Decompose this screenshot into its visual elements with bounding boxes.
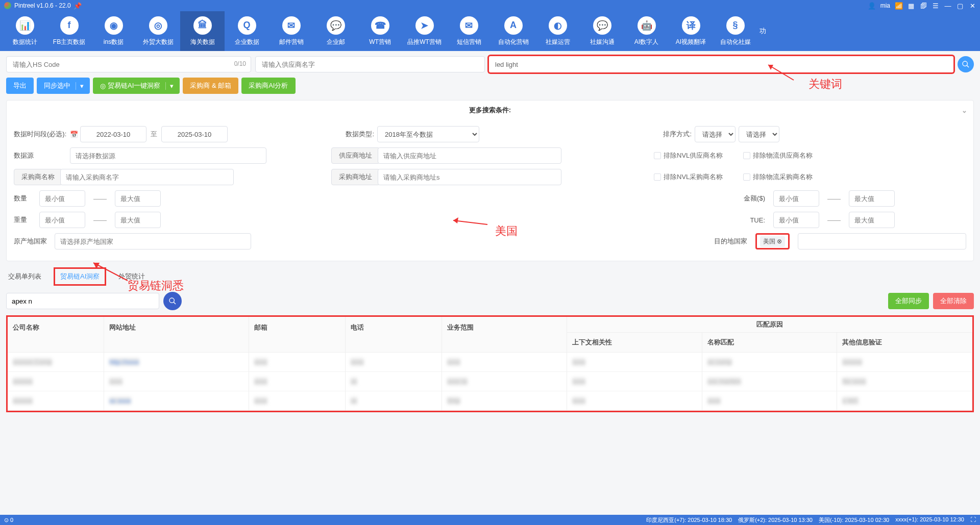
panel-header[interactable]: 更多搜索条件: ⌄ <box>7 101 973 120</box>
maximize-icon[interactable]: ▢ <box>957 2 964 9</box>
nav-item-1[interactable]: fFB主页数据 <box>47 11 91 51</box>
clear-all-button[interactable]: 全部清除 <box>933 293 974 309</box>
query-search-button[interactable] <box>163 292 182 310</box>
dest-chip-usa[interactable]: 美国 ⊗ <box>760 236 785 247</box>
origin-select[interactable] <box>55 233 251 249</box>
nav-item-0[interactable]: 📊数据统计 <box>3 11 47 51</box>
navbar: 📊数据统计fFB主页数据◉ins数据◎外贸大数据🏛海关数据Q企业数据✉邮件营销💬… <box>0 11 980 51</box>
table-row[interactable]: xxxxxx xxxx xxxx xx xxxx to xxxx xxx mar… <box>8 372 972 391</box>
company-query-input[interactable] <box>6 293 159 309</box>
pin-icon[interactable]: 📌 <box>74 2 81 9</box>
buyer-name-label[interactable]: 采购商名称 <box>14 169 62 185</box>
chevron-down-icon[interactable]: ▾ <box>165 82 178 90</box>
supplier-input[interactable] <box>255 56 485 72</box>
origin-label: 原产地国家 <box>14 237 50 246</box>
data-type-label: 数据类型: <box>331 130 377 139</box>
nav-item-12[interactable]: ◐社媒运营 <box>535 11 580 51</box>
ai-insight-button[interactable]: ◎ 贸易链AI一键洞察▾ <box>93 78 180 94</box>
nav-item-15[interactable]: 译AI视频翻译 <box>669 11 713 51</box>
weight-label: 重量 <box>14 215 34 224</box>
bot-icon: 🤖 <box>638 16 656 35</box>
sort-select-1[interactable]: 请选择 <box>695 126 736 142</box>
nav-item-3[interactable]: ◎外贸大数据 <box>136 11 180 51</box>
data-type-select[interactable]: 2018年至今数据 <box>377 126 479 142</box>
buyer-mail-button[interactable]: 采购商 & 邮箱 <box>183 78 238 94</box>
buyer-name-input[interactable] <box>60 169 234 185</box>
exclude-logistics-supplier-checkbox[interactable]: 排除物流供应商名称 <box>743 151 813 160</box>
doc-icon[interactable]: 🗐 <box>920 2 927 9</box>
minimize-icon[interactable]: — <box>944 2 951 9</box>
signal-icon: 📶 <box>895 2 902 9</box>
weight-min-input[interactable] <box>39 212 85 228</box>
menu-icon[interactable]: ☰ <box>932 2 939 9</box>
hs-counter: 0/10 <box>234 60 246 67</box>
svg-line-3 <box>174 302 176 304</box>
nav-item-16[interactable]: §自动化社媒 <box>713 11 757 51</box>
supplier-addr-label[interactable]: 供应商地址 <box>331 147 380 164</box>
exclude-nvl-buyer-checkbox[interactable]: 排除NVL采购商名称 <box>654 172 723 182</box>
export-button[interactable]: 导出 <box>6 78 34 94</box>
sms-icon: ✉ <box>460 16 478 35</box>
panel-title: 更多搜索条件: <box>469 106 511 115</box>
buyer-addr-label[interactable]: 采购商地址 <box>331 169 380 185</box>
rot-icon: § <box>726 16 745 35</box>
keyword-input[interactable] <box>489 56 953 72</box>
chevron-down-icon[interactable]: ▾ <box>76 82 88 90</box>
qty-min-input[interactable] <box>39 190 85 207</box>
auto-icon: A <box>504 16 523 35</box>
qty-max-input[interactable] <box>115 190 161 207</box>
nav-item-6[interactable]: ✉邮件营销 <box>269 11 313 51</box>
exclude-nvl-supplier-checkbox[interactable]: 排除NVL供应商名称 <box>654 151 723 160</box>
amount-min-input[interactable] <box>773 190 819 207</box>
search-button[interactable] <box>958 56 974 72</box>
source-select[interactable] <box>70 147 266 164</box>
send-icon: ➤ <box>415 16 434 35</box>
tab-trade-list[interactable]: 交易单列表 <box>6 268 43 285</box>
nav-item-13[interactable]: 💬社媒沟通 <box>580 11 624 51</box>
tue-min-input[interactable] <box>773 212 819 228</box>
chevron-down-icon: ⌄ <box>962 107 967 114</box>
hs-code-input[interactable] <box>6 56 251 72</box>
amount-max-input[interactable] <box>849 190 895 207</box>
sync-selected-button[interactable]: 同步选中▾ <box>37 78 90 94</box>
chat-icon: 💬 <box>327 16 345 35</box>
date-to-input[interactable] <box>161 126 228 142</box>
exclude-logistics-buyer-checkbox[interactable]: 排除物流采购商名称 <box>743 172 813 182</box>
camera-icon: ◉ <box>105 16 123 35</box>
sort-select-2[interactable]: 请选择 <box>739 126 779 142</box>
th-scope: 业务范围 <box>442 317 568 352</box>
nav-item-2[interactable]: ◉ins数据 <box>91 11 136 51</box>
calendar-icon: 📅 <box>70 131 78 138</box>
grid-icon[interactable]: ▦ <box>908 2 915 9</box>
buyer-ai-button[interactable]: 采购商AI分析 <box>241 78 295 94</box>
nav-item-7[interactable]: 💬企业邮 <box>313 11 358 51</box>
tab-ai-insight[interactable]: 贸易链AI洞察 <box>54 267 106 286</box>
nav-item-5[interactable]: Q企业数据 <box>225 11 269 51</box>
amount-label: 金额($) <box>738 194 768 203</box>
dest-extra-input[interactable] <box>798 233 966 249</box>
tue-max-input[interactable] <box>849 212 895 228</box>
customs-icon: 🏛 <box>193 16 212 35</box>
weight-max-input[interactable] <box>115 212 161 228</box>
nav-item-9[interactable]: ➤品推WT营销 <box>402 11 447 51</box>
table-row[interactable]: xxxxxx xx xxxx xxxx xx Ship xxxx xxxx x … <box>8 391 972 411</box>
supplier-addr-input[interactable] <box>378 147 561 164</box>
svg-line-1 <box>967 65 969 67</box>
titlebar: Pintreel v1.0.6 - 22.0 📌 👤 mia 📶 ▦ 🗐 ☰ —… <box>0 0 980 11</box>
table-row[interactable]: xxxxxx Comp http://xxxx xxxx xxxx xxxx x… <box>8 353 972 372</box>
nav-overflow[interactable]: 功 <box>757 27 768 36</box>
nav-item-10[interactable]: ✉短信营销 <box>447 11 491 51</box>
sync-all-button[interactable]: 全部同步 <box>888 293 929 309</box>
fb-icon: f <box>60 16 79 35</box>
tab-trade-stats[interactable]: 外贸统计 <box>116 268 147 285</box>
nav-item-11[interactable]: A自动化营销 <box>491 11 535 51</box>
nav-item-4[interactable]: 🏛海关数据 <box>180 11 225 51</box>
nav-item-14[interactable]: 🤖AI数字人 <box>624 11 669 51</box>
nav-item-8[interactable]: ☎WT营销 <box>358 11 402 51</box>
close-icon[interactable]: ✕ <box>969 2 976 9</box>
dest-select[interactable]: 美国 ⊗ <box>755 233 790 249</box>
date-from-input[interactable] <box>80 126 146 142</box>
svg-point-2 <box>169 298 174 303</box>
translate-icon: 译 <box>682 16 700 35</box>
buyer-addr-input[interactable] <box>378 169 561 185</box>
